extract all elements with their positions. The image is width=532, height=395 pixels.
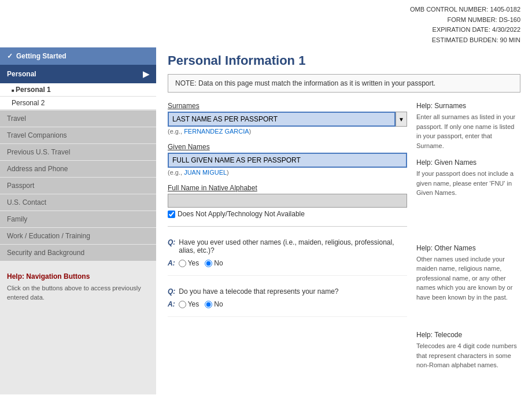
sidebar-travel-label: Travel [7,115,26,123]
qa-other-names-no-label: No [214,259,223,267]
omb-value: 1405-0182 [490,5,520,15]
note-box: NOTE: Data on this page must match the i… [168,74,520,93]
help-given-names-title: Help: Given Names [416,158,520,167]
given-names-hint: (e.g., JUAN MIGUEL) [168,169,407,176]
sidebar-item-us-contact[interactable]: U.S. Contact [0,194,156,211]
help-given-names-text: If your passport does not include a give… [416,169,520,198]
sidebar-item-personal1[interactable]: Personal 1 [0,83,156,97]
expiration-label: EXPIRATION DATE: [433,25,490,35]
page-title: Personal Information 1 [168,53,520,68]
help-nav-box: Help: Navigation Buttons Click on the bu… [0,267,156,308]
sidebar-security-background-label: Security and Background [7,249,84,257]
surnames-hint-post: ) [249,128,252,135]
given-names-input[interactable] [168,153,407,168]
qa-telecode-answer: A: Yes No [168,300,407,308]
qa-other-names-answer: A: Yes No [168,259,407,267]
help-other-names-label: Other Names [434,244,475,252]
sidebar-family-label: Family [7,215,27,223]
help-surnames-title-text: Help: [416,102,434,110]
qa-telecode-no-radio[interactable] [205,301,212,308]
arrow-right-icon: ▶ [143,69,149,79]
help-nav-strong: Help: Navigation Buttons [7,272,90,280]
help-telecode-label: Telecode [434,331,462,339]
help-section: Help: Surnames Enter all surnames as lis… [416,102,520,378]
sidebar-item-travel-companions[interactable]: Travel Companions [0,127,156,143]
given-names-group: Given Names (e.g., JUAN MIGUEL) [168,143,407,176]
native-name-checkbox-row: Does Not Apply/Technology Not Available [168,210,407,218]
sidebar-item-personal[interactable]: Personal ▶ [0,65,156,83]
given-names-hint-pre: (e.g., [168,169,184,176]
given-names-hint-value[interactable]: JUAN MIGUEL [184,169,227,176]
sidebar-passport-label: Passport [7,182,34,190]
native-name-label: Full Name in Native Alphabet [168,184,407,192]
help-other-names-title: Help: Other Names [416,244,520,252]
sidebar-item-address-phone[interactable]: Address and Phone [0,161,156,177]
main-content: Personal Information 1 NOTE: Data on thi… [156,47,532,394]
burden-value: 90 MIN [500,35,520,46]
sidebar-item-travel[interactable]: Travel [0,110,156,127]
surnames-input-wrapper: ▼ [168,112,407,127]
burden-label: ESTIMATED BURDEN: [432,35,498,46]
help-nav-text: Click on the buttons above to access pre… [7,284,149,302]
qa-other-names-no-option[interactable]: No [205,259,223,267]
qa-telecode-yes-label: Yes [188,300,200,308]
qa-telecode-no-option[interactable]: No [205,300,223,308]
help-panel: Help: Surnames Enter all surnames as lis… [416,102,520,370]
help-given-names-title-text: Help: [416,158,434,167]
help-telecode-title: Help: Telecode [416,331,520,339]
form-value: DS-160 [499,15,520,25]
help-given-names: Help: Given Names If your passport does … [416,158,520,198]
qa-telecode: Q: Do you have a telecode that represent… [168,287,407,317]
form-section: Surnames ▼ (e.g., FERNANDEZ GARCIA) Give… [168,102,407,378]
native-name-input[interactable] [168,194,407,208]
sidebar-item-family[interactable]: Family [0,211,156,227]
help-surnames-text: Enter all surnames as listed in your pas… [416,112,520,150]
surnames-group: Surnames ▼ (e.g., FERNANDEZ GARCIA) [168,102,407,135]
qa-telecode-question: Q: Do you have a telecode that represent… [168,287,407,296]
sidebar-item-getting-started[interactable]: ✓ Getting Started [0,47,156,65]
qa-other-names-text: Have you ever used other names (i.e., ma… [179,238,407,254]
qa-other-names: Q: Have you ever used other names (i.e.,… [168,238,407,276]
qa-telecode-radio-group: Yes No [179,300,223,308]
help-telecode-title-text: Help: [416,331,434,339]
help-other-names-text: Other names used include your maiden nam… [416,254,520,302]
qa-other-names-yes-radio[interactable] [179,260,186,267]
qa-other-names-yes-label: Yes [188,259,200,267]
help-telecode-text: Telecodes are 4 digit code numbers that … [416,341,520,370]
sidebar-item-personal2[interactable]: Personal 2 [0,97,156,110]
sidebar-personal1-label: Personal 1 [16,86,51,94]
sidebar-item-passport[interactable]: Passport [0,178,156,194]
surnames-input[interactable] [168,112,396,127]
native-name-checkbox[interactable] [168,211,175,218]
qa-other-names-radio-group: Yes No [179,259,223,267]
help-given-names-label: Given Names [434,158,476,167]
expiration-value: 4/30/2022 [492,25,520,35]
surnames-hint-value[interactable]: FERNANDEZ GARCIA [184,128,249,135]
sidebar: ✓ Getting Started Personal ▶ Personal 1 … [0,47,156,394]
qa-other-names-no-radio[interactable] [205,260,212,267]
help-nav-label: Help: Navigation Buttons [7,272,149,280]
sidebar-address-phone-label: Address and Phone [7,165,68,173]
qa-other-names-question: Q: Have you ever used other names (i.e.,… [168,238,407,254]
qa-section: Q: Have you ever used other names (i.e.,… [168,238,407,317]
sidebar-item-work-education[interactable]: Work / Education / Training [0,228,156,244]
surnames-hint: (e.g., FERNANDEZ GARCIA) [168,128,407,135]
qa-telecode-yes-radio[interactable] [179,301,186,308]
qa-telecode-yes-option[interactable]: Yes [179,300,200,308]
help-telecode: Help: Telecode Telecodes are 4 digit cod… [416,331,520,370]
sidebar-work-education-label: Work / Education / Training [7,232,90,240]
sidebar-personal-label: Personal [7,70,36,78]
checkmark-icon: ✓ [7,52,13,60]
surnames-hint-pre: (e.g., [168,128,184,135]
qa-telecode-text: Do you have a telecode that represents y… [179,287,338,296]
native-name-group: Full Name in Native Alphabet Does Not Ap… [168,184,407,218]
note-text: NOTE: Data on this page must match the i… [175,79,435,87]
help-surnames: Help: Surnames Enter all surnames as lis… [416,102,520,150]
qa-telecode-no-label: No [214,300,223,308]
qa-other-names-yes-option[interactable]: Yes [179,259,200,267]
surnames-dropdown-btn[interactable]: ▼ [396,112,407,127]
sidebar-item-security-background[interactable]: Security and Background [0,245,156,261]
sidebar-item-previous-us-travel[interactable]: Previous U.S. Travel [0,144,156,160]
sidebar-getting-started-label: Getting Started [16,52,66,60]
sidebar-previous-us-travel-label: Previous U.S. Travel [7,148,70,156]
